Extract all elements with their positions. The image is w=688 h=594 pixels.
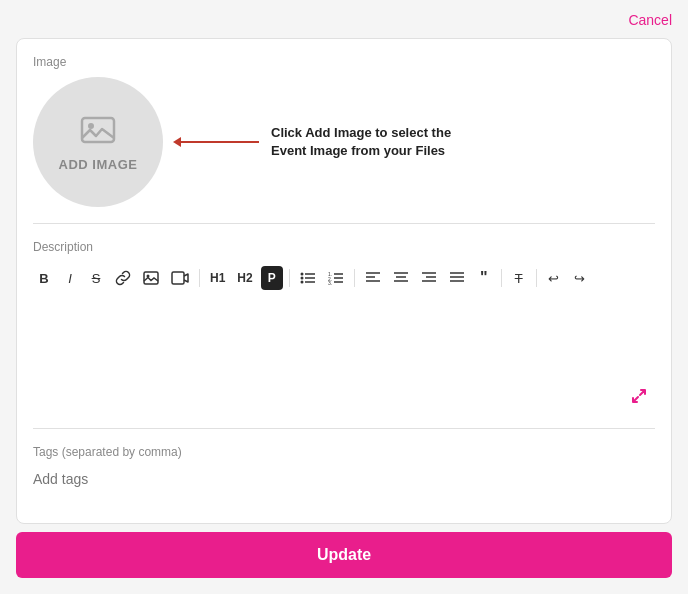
add-image-button[interactable]: ADD IMAGE xyxy=(33,77,163,207)
description-label: Description xyxy=(33,240,655,254)
image-placeholder-icon xyxy=(80,112,116,151)
image-section-label: Image xyxy=(33,55,655,69)
ordered-list-button[interactable]: 1. 2. 3. xyxy=(324,266,348,290)
bullet-list-button[interactable] xyxy=(296,266,320,290)
cancel-button[interactable]: Cancel xyxy=(628,12,672,28)
svg-rect-4 xyxy=(172,272,184,284)
toolbar-sep-4 xyxy=(501,269,502,287)
tags-section: Tags (separated by comma) xyxy=(33,445,655,487)
update-button[interactable]: Update xyxy=(16,532,672,578)
divider-2 xyxy=(33,428,655,429)
toolbar-sep-2 xyxy=(289,269,290,287)
image-section: Image ADD IMAGE Click Add Image to selec… xyxy=(33,55,655,207)
toolbar-sep-1 xyxy=(199,269,200,287)
h1-button[interactable]: H1 xyxy=(206,266,229,290)
svg-point-5 xyxy=(300,273,303,276)
svg-rect-2 xyxy=(144,272,158,284)
description-editor[interactable] xyxy=(33,298,655,408)
expand-editor-button[interactable] xyxy=(627,384,651,408)
align-center-button[interactable] xyxy=(389,266,413,290)
media-button[interactable] xyxy=(167,266,193,290)
svg-point-1 xyxy=(88,123,94,129)
editor-wrapper xyxy=(33,298,655,412)
divider-1 xyxy=(33,223,655,224)
svg-rect-0 xyxy=(82,118,114,142)
hint-text: Click Add Image to select the Event Imag… xyxy=(271,124,471,160)
strikethrough-button[interactable]: S xyxy=(85,266,107,290)
link-button[interactable] xyxy=(111,266,135,290)
svg-point-6 xyxy=(300,277,303,280)
toolbar-sep-3 xyxy=(354,269,355,287)
main-card: Image ADD IMAGE Click Add Image to selec… xyxy=(16,38,672,524)
image-button[interactable] xyxy=(139,266,163,290)
arrow-line xyxy=(179,141,259,143)
clear-format-button[interactable]: T xyxy=(508,266,530,290)
justify-button[interactable] xyxy=(445,266,469,290)
editor-toolbar: B I S xyxy=(33,262,655,298)
tags-input[interactable] xyxy=(33,471,655,487)
align-right-button[interactable] xyxy=(417,266,441,290)
svg-text:3.: 3. xyxy=(328,280,332,285)
svg-point-7 xyxy=(300,281,303,284)
align-left-button[interactable] xyxy=(361,266,385,290)
redo-button[interactable]: ↪ xyxy=(569,266,591,290)
italic-button[interactable]: I xyxy=(59,266,81,290)
blockquote-button[interactable]: " xyxy=(473,266,495,290)
add-image-label: ADD IMAGE xyxy=(59,157,138,172)
description-section: Description B I S xyxy=(33,240,655,412)
paragraph-button[interactable]: P xyxy=(261,266,283,290)
h2-button[interactable]: H2 xyxy=(233,266,256,290)
toolbar-sep-5 xyxy=(536,269,537,287)
hint-arrow: Click Add Image to select the Event Imag… xyxy=(179,124,471,160)
bold-button[interactable]: B xyxy=(33,266,55,290)
undo-button[interactable]: ↩ xyxy=(543,266,565,290)
tags-label: Tags (separated by comma) xyxy=(33,445,655,459)
